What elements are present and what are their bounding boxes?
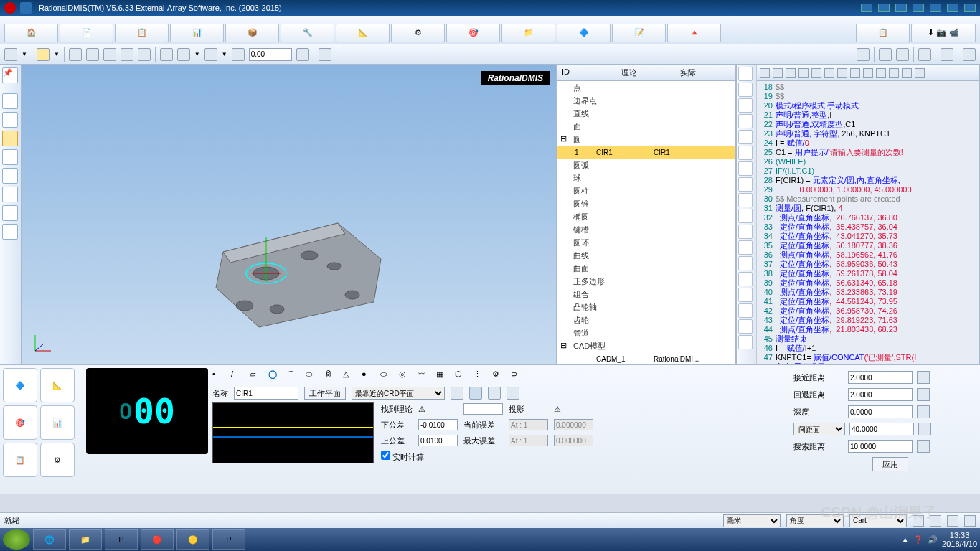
torus-icon[interactable]: ◎	[399, 369, 412, 382]
plane-icon[interactable]: ▱	[250, 369, 263, 382]
tree-child[interactable]: CADM_1RationalDMI...	[557, 352, 735, 364]
cp-tool-icon[interactable]	[738, 83, 753, 97]
tree-item[interactable]: 圆弧	[557, 159, 735, 171]
cone-icon[interactable]: △	[343, 369, 356, 382]
opt-icon[interactable]	[469, 387, 482, 400]
cp-tool-icon[interactable]	[738, 98, 753, 113]
cp-find-icon[interactable]	[863, 68, 873, 78]
sys-icon[interactable]	[878, 4, 890, 12]
search-icon[interactable]	[917, 440, 930, 453]
tree-item[interactable]: 边界点	[557, 94, 735, 107]
tree-item[interactable]: 面	[557, 120, 735, 133]
crd-mode-icon[interactable]: 📊	[40, 405, 75, 440]
ribbon-tab[interactable]: 🔺	[667, 24, 721, 42]
pattern-icon[interactable]: ⋮	[473, 369, 486, 382]
ribbon-tab[interactable]: ⚙	[391, 24, 445, 42]
cp-tool-icon[interactable]	[738, 303, 753, 318]
line-icon[interactable]: /	[231, 369, 244, 382]
task-ie[interactable]: 🌐	[33, 529, 66, 550]
tree-item[interactable]: 正多边形	[557, 275, 735, 288]
cp-tool-icon[interactable]	[738, 177, 753, 192]
approach-icon[interactable]	[917, 371, 930, 384]
cp-tool-icon[interactable]	[738, 67, 753, 81]
pan-icon[interactable]	[103, 48, 116, 61]
face-select-icon[interactable]	[2, 112, 18, 128]
apply-button[interactable]: 应用	[872, 457, 908, 471]
cp-tool-icon[interactable]	[738, 193, 753, 207]
pin-icon[interactable]: 📌	[2, 67, 18, 83]
depth-input[interactable]	[848, 405, 913, 418]
minimize-icon[interactable]	[930, 4, 941, 12]
cp-step-icon[interactable]	[902, 68, 912, 78]
machine-mode-icon[interactable]: ⚙	[40, 443, 75, 477]
sensor-icon[interactable]	[941, 48, 953, 61]
tolerance-mode-icon[interactable]: 📐	[40, 368, 75, 402]
point-icon[interactable]: •	[212, 369, 225, 382]
feature-mode-icon[interactable]: 🔷	[3, 368, 37, 402]
cp-open-icon[interactable]	[773, 68, 783, 78]
start-button[interactable]	[3, 529, 30, 550]
slot-icon[interactable]: ⬭	[380, 369, 393, 382]
clip-icon[interactable]	[232, 48, 245, 61]
cad-icon[interactable]	[121, 48, 133, 61]
cp-break-icon[interactable]	[915, 68, 925, 78]
cp-stop-icon[interactable]	[889, 68, 899, 78]
task-explorer[interactable]: 📁	[69, 529, 102, 550]
tree-item[interactable]: 齿轮	[557, 314, 735, 326]
cp-tool-icon[interactable]	[738, 161, 753, 176]
tree-item[interactable]: 圆锥	[557, 197, 735, 210]
toolbar-value-input[interactable]	[249, 48, 292, 61]
ribbon-tab[interactable]: 📄	[60, 24, 113, 42]
help-icon[interactable]	[20, 2, 32, 14]
cp-tool-icon[interactable]	[738, 256, 753, 270]
tree-item[interactable]: 管道	[557, 326, 735, 339]
tol-icon[interactable]	[896, 48, 909, 61]
layer-icon[interactable]	[160, 48, 173, 61]
view-icon[interactable]	[177, 48, 190, 61]
tray-time[interactable]: 13:33	[942, 531, 977, 540]
workplane-button[interactable]: 工作平面	[304, 387, 346, 400]
box-select-icon[interactable]	[2, 168, 18, 184]
approach-input[interactable]	[848, 371, 913, 384]
task-ppt[interactable]: P	[212, 529, 245, 550]
surface-icon[interactable]: ▦	[436, 369, 449, 382]
tree-item[interactable]: 圆环	[557, 236, 735, 249]
probe-mode-icon[interactable]: 🎯	[3, 405, 37, 440]
gear-icon[interactable]: ⚙	[492, 369, 505, 382]
feat-icon[interactable]	[879, 48, 892, 61]
cp-undo-icon[interactable]	[837, 68, 847, 78]
tree-item[interactable]: 曲线	[557, 249, 735, 262]
point-select-icon[interactable]	[2, 93, 18, 109]
ribbon-tab[interactable]: 📝	[612, 24, 666, 42]
ribbon-tab[interactable]: 📊	[170, 24, 224, 42]
task-app2[interactable]: 🟡	[176, 529, 209, 550]
tray-icon[interactable]: ▲	[901, 535, 909, 544]
ribbon-tab[interactable]: ⬇ 📷 📹	[911, 24, 976, 42]
crd-select[interactable]: 最靠近的CRD平面	[352, 387, 445, 400]
theory-input[interactable]	[463, 403, 503, 415]
box-icon[interactable]	[138, 48, 151, 61]
realtime-check[interactable]	[381, 451, 390, 460]
ribbon-tab[interactable]: 🔷	[557, 24, 611, 42]
polygon-icon[interactable]: ⬡	[455, 369, 468, 382]
cp-copy-icon[interactable]	[811, 68, 821, 78]
shade-icon[interactable]	[204, 48, 217, 61]
tray-date[interactable]: 2018/4/10	[942, 540, 977, 548]
tube-icon[interactable]: ⊃	[511, 369, 524, 382]
cp-tool-icon[interactable]	[738, 146, 753, 160]
tree-item[interactable]: 曲面	[557, 262, 735, 275]
cp-tool-icon[interactable]	[738, 335, 753, 349]
clear-icon[interactable]	[2, 224, 18, 240]
spacing-icon[interactable]	[918, 423, 931, 435]
sphere-icon[interactable]: ●	[362, 369, 374, 382]
refresh-icon[interactable]	[69, 48, 82, 61]
spacing-select[interactable]: 间距面	[793, 423, 845, 435]
sb-icon[interactable]	[964, 515, 976, 527]
tree-item[interactable]: 点	[557, 81, 735, 94]
ribbon-tab[interactable]: 📐	[336, 24, 390, 42]
tree-item[interactable]: 球	[557, 171, 735, 184]
tree-item[interactable]: ⊟圆	[557, 133, 735, 146]
depth-icon[interactable]	[917, 405, 930, 418]
arc-icon[interactable]: ⌒	[287, 369, 300, 382]
cp-tool-icon[interactable]	[738, 240, 753, 255]
